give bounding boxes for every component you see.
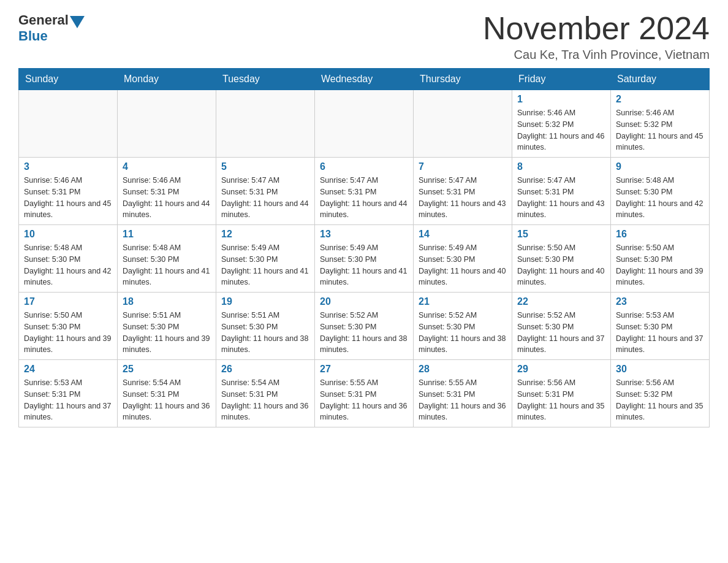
- calendar-cell: 25Sunrise: 5:54 AM Sunset: 5:31 PM Dayli…: [118, 360, 216, 427]
- weekday-header-row: SundayMondayTuesdayWednesdayThursdayFrid…: [19, 69, 710, 90]
- calendar-cell: [19, 90, 118, 158]
- month-title: November 2024: [483, 12, 710, 44]
- day-number: 13: [320, 229, 408, 240]
- weekday-header-friday: Friday: [512, 69, 611, 90]
- calendar-cell: 3Sunrise: 5:46 AM Sunset: 5:31 PM Daylig…: [19, 158, 118, 225]
- day-info: Sunrise: 5:50 AM Sunset: 5:30 PM Dayligh…: [517, 242, 605, 288]
- day-info: Sunrise: 5:55 AM Sunset: 5:31 PM Dayligh…: [419, 377, 507, 423]
- calendar-cell: 28Sunrise: 5:55 AM Sunset: 5:31 PM Dayli…: [414, 360, 512, 427]
- day-info: Sunrise: 5:56 AM Sunset: 5:32 PM Dayligh…: [616, 377, 704, 423]
- day-info: Sunrise: 5:46 AM Sunset: 5:31 PM Dayligh…: [24, 175, 112, 221]
- calendar-cell: 19Sunrise: 5:51 AM Sunset: 5:30 PM Dayli…: [216, 293, 315, 360]
- day-info: Sunrise: 5:53 AM Sunset: 5:31 PM Dayligh…: [24, 377, 112, 423]
- day-info: Sunrise: 5:48 AM Sunset: 5:30 PM Dayligh…: [616, 175, 704, 221]
- calendar-cell: [118, 90, 216, 158]
- calendar-cell: 14Sunrise: 5:49 AM Sunset: 5:30 PM Dayli…: [414, 225, 512, 293]
- calendar-cell: 4Sunrise: 5:46 AM Sunset: 5:31 PM Daylig…: [118, 158, 216, 225]
- day-info: Sunrise: 5:49 AM Sunset: 5:30 PM Dayligh…: [221, 242, 309, 288]
- logo-general-text: General: [18, 12, 69, 28]
- day-number: 1: [517, 94, 605, 105]
- day-info: Sunrise: 5:50 AM Sunset: 5:30 PM Dayligh…: [24, 310, 112, 356]
- day-info: Sunrise: 5:51 AM Sunset: 5:30 PM Dayligh…: [123, 310, 211, 356]
- day-number: 3: [24, 161, 112, 172]
- day-number: 17: [24, 296, 112, 307]
- day-number: 2: [616, 94, 704, 105]
- weekday-header-sunday: Sunday: [19, 69, 118, 90]
- calendar-cell: [414, 90, 512, 158]
- week-row-1: 1Sunrise: 5:46 AM Sunset: 5:32 PM Daylig…: [19, 90, 710, 158]
- day-number: 8: [517, 161, 605, 172]
- day-number: 19: [221, 296, 309, 307]
- calendar-cell: 6Sunrise: 5:47 AM Sunset: 5:31 PM Daylig…: [315, 158, 414, 225]
- day-info: Sunrise: 5:48 AM Sunset: 5:30 PM Dayligh…: [123, 242, 211, 288]
- day-info: Sunrise: 5:52 AM Sunset: 5:30 PM Dayligh…: [517, 310, 605, 356]
- day-number: 9: [616, 161, 704, 172]
- calendar-cell: 23Sunrise: 5:53 AM Sunset: 5:30 PM Dayli…: [611, 293, 710, 360]
- day-info: Sunrise: 5:56 AM Sunset: 5:31 PM Dayligh…: [517, 377, 605, 423]
- calendar-cell: 10Sunrise: 5:48 AM Sunset: 5:30 PM Dayli…: [19, 225, 118, 293]
- weekday-header-wednesday: Wednesday: [315, 69, 414, 90]
- calendar-cell: 12Sunrise: 5:49 AM Sunset: 5:30 PM Dayli…: [216, 225, 315, 293]
- day-info: Sunrise: 5:46 AM Sunset: 5:32 PM Dayligh…: [616, 107, 704, 153]
- day-info: Sunrise: 5:47 AM Sunset: 5:31 PM Dayligh…: [517, 175, 605, 221]
- calendar-cell: 21Sunrise: 5:52 AM Sunset: 5:30 PM Dayli…: [414, 293, 512, 360]
- calendar-cell: [216, 90, 315, 158]
- day-info: Sunrise: 5:50 AM Sunset: 5:30 PM Dayligh…: [616, 242, 704, 288]
- week-row-4: 17Sunrise: 5:50 AM Sunset: 5:30 PM Dayli…: [19, 293, 710, 360]
- day-number: 23: [616, 296, 704, 307]
- weekday-header-thursday: Thursday: [414, 69, 512, 90]
- day-number: 21: [419, 296, 507, 307]
- day-number: 22: [517, 296, 605, 307]
- calendar-cell: 27Sunrise: 5:55 AM Sunset: 5:31 PM Dayli…: [315, 360, 414, 427]
- calendar-cell: 22Sunrise: 5:52 AM Sunset: 5:30 PM Dayli…: [512, 293, 611, 360]
- day-info: Sunrise: 5:51 AM Sunset: 5:30 PM Dayligh…: [221, 310, 309, 356]
- title-block: November 2024 Cau Ke, Tra Vinh Province,…: [483, 12, 710, 62]
- calendar-cell: 15Sunrise: 5:50 AM Sunset: 5:30 PM Dayli…: [512, 225, 611, 293]
- day-info: Sunrise: 5:48 AM Sunset: 5:30 PM Dayligh…: [24, 242, 112, 288]
- day-number: 7: [419, 161, 507, 172]
- day-info: Sunrise: 5:49 AM Sunset: 5:30 PM Dayligh…: [419, 242, 507, 288]
- calendar-cell: 17Sunrise: 5:50 AM Sunset: 5:30 PM Dayli…: [19, 293, 118, 360]
- day-info: Sunrise: 5:55 AM Sunset: 5:31 PM Dayligh…: [320, 377, 408, 423]
- calendar-cell: 24Sunrise: 5:53 AM Sunset: 5:31 PM Dayli…: [19, 360, 118, 427]
- day-info: Sunrise: 5:47 AM Sunset: 5:31 PM Dayligh…: [419, 175, 507, 221]
- week-row-3: 10Sunrise: 5:48 AM Sunset: 5:30 PM Dayli…: [19, 225, 710, 293]
- day-number: 18: [123, 296, 211, 307]
- location-subtitle: Cau Ke, Tra Vinh Province, Vietnam: [483, 48, 710, 62]
- calendar-cell: 20Sunrise: 5:52 AM Sunset: 5:30 PM Dayli…: [315, 293, 414, 360]
- calendar-cell: 8Sunrise: 5:47 AM Sunset: 5:31 PM Daylig…: [512, 158, 611, 225]
- day-info: Sunrise: 5:49 AM Sunset: 5:30 PM Dayligh…: [320, 242, 408, 288]
- calendar-cell: 2Sunrise: 5:46 AM Sunset: 5:32 PM Daylig…: [611, 90, 710, 158]
- day-info: Sunrise: 5:54 AM Sunset: 5:31 PM Dayligh…: [221, 377, 309, 423]
- day-number: 29: [517, 364, 605, 375]
- day-number: 12: [221, 229, 309, 240]
- weekday-header-monday: Monday: [118, 69, 216, 90]
- logo-arrow-icon: [70, 16, 85, 28]
- day-info: Sunrise: 5:47 AM Sunset: 5:31 PM Dayligh…: [221, 175, 309, 221]
- calendar-table: SundayMondayTuesdayWednesdayThursdayFrid…: [18, 68, 710, 427]
- logo: General Blue: [18, 12, 85, 44]
- day-info: Sunrise: 5:54 AM Sunset: 5:31 PM Dayligh…: [123, 377, 211, 423]
- day-number: 10: [24, 229, 112, 240]
- calendar-cell: 1Sunrise: 5:46 AM Sunset: 5:32 PM Daylig…: [512, 90, 611, 158]
- calendar-cell: 9Sunrise: 5:48 AM Sunset: 5:30 PM Daylig…: [611, 158, 710, 225]
- calendar-cell: 13Sunrise: 5:49 AM Sunset: 5:30 PM Dayli…: [315, 225, 414, 293]
- calendar-cell: 29Sunrise: 5:56 AM Sunset: 5:31 PM Dayli…: [512, 360, 611, 427]
- day-number: 20: [320, 296, 408, 307]
- calendar-cell: 18Sunrise: 5:51 AM Sunset: 5:30 PM Dayli…: [118, 293, 216, 360]
- logo-blue-text: Blue: [18, 28, 85, 44]
- weekday-header-saturday: Saturday: [611, 69, 710, 90]
- day-number: 5: [221, 161, 309, 172]
- calendar-cell: 7Sunrise: 5:47 AM Sunset: 5:31 PM Daylig…: [414, 158, 512, 225]
- day-number: 16: [616, 229, 704, 240]
- day-number: 14: [419, 229, 507, 240]
- day-info: Sunrise: 5:53 AM Sunset: 5:30 PM Dayligh…: [616, 310, 704, 356]
- day-info: Sunrise: 5:47 AM Sunset: 5:31 PM Dayligh…: [320, 175, 408, 221]
- calendar-cell: 11Sunrise: 5:48 AM Sunset: 5:30 PM Dayli…: [118, 225, 216, 293]
- day-number: 28: [419, 364, 507, 375]
- page-header: General Blue November 2024 Cau Ke, Tra V…: [18, 12, 710, 62]
- day-number: 4: [123, 161, 211, 172]
- day-number: 15: [517, 229, 605, 240]
- calendar-cell: 30Sunrise: 5:56 AM Sunset: 5:32 PM Dayli…: [611, 360, 710, 427]
- day-number: 24: [24, 364, 112, 375]
